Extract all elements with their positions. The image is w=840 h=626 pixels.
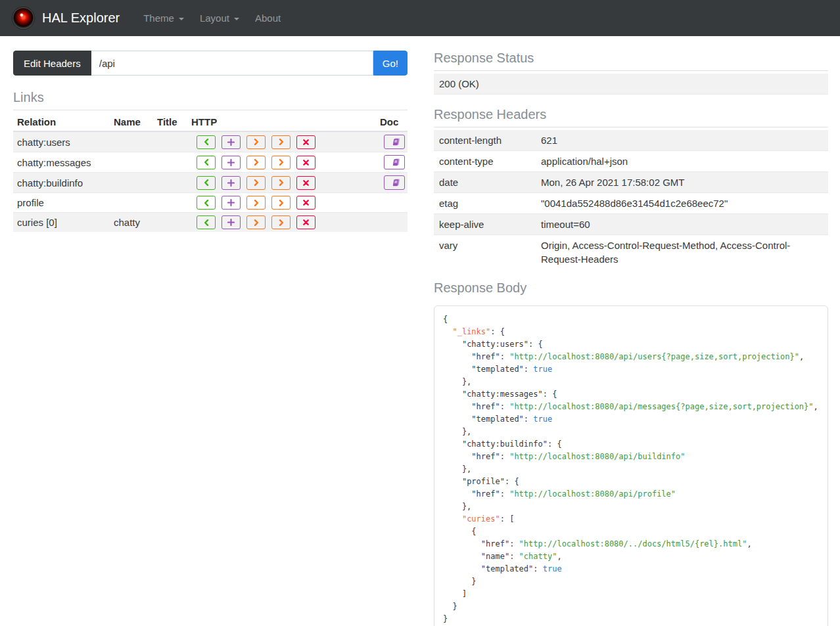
header-name-cell: content-length [434,130,536,151]
http-buttons-cell [187,131,376,152]
response-header-row: dateMon, 26 Apr 2021 17:58:02 GMT [434,172,828,193]
put-icon [253,179,260,186]
delete-request-button[interactable] [296,215,315,229]
put-icon [253,139,260,145]
column-header-relation: Relation [13,113,110,131]
doc-button[interactable] [384,135,405,149]
get-icon [203,179,210,186]
put-request-button[interactable] [246,156,266,169]
delete-request-button[interactable] [296,176,315,190]
get-request-button[interactable] [197,215,216,229]
name-cell [110,152,153,173]
hal-eye-logo-icon [12,7,34,29]
delete-icon [303,139,309,145]
response-status-value: 200 (OK) [434,74,828,95]
delete-request-button[interactable] [296,196,315,210]
patch-icon [278,219,285,226]
main-content: Edit Headers Go! Links Relation Name Tit… [0,36,840,626]
response-header-row: content-typeapplication/hal+json [434,151,828,172]
doc-cell [376,173,408,193]
relation-cell: chatty:messages [13,152,110,173]
delete-icon [303,200,309,206]
link-row: curies [0]chatty [13,213,408,233]
patch-request-button[interactable] [271,215,291,229]
response-body-title: Response Body [434,280,828,300]
nav-item-about[interactable]: About [247,7,289,29]
response-headers-title: Response Headers [434,107,828,127]
navbar: HAL Explorer ThemeLayoutAbout [0,0,840,36]
get-request-button[interactable] [197,135,216,149]
get-request-button[interactable] [197,156,216,169]
links-table-header: Relation Name Title HTTP Doc [13,113,408,131]
brand-link[interactable]: HAL Explorer [12,7,120,29]
link-row: chatty:buildinfo [13,173,408,193]
title-cell [153,152,187,173]
header-name-cell: content-type [434,151,536,172]
post-request-button[interactable] [222,196,241,210]
nav-item-theme[interactable]: Theme [135,7,192,29]
nav-item-label: Theme [143,12,174,24]
doc-cell [376,152,408,173]
right-column: Response Status 200 (OK) Response Header… [434,51,828,626]
get-request-button[interactable] [197,176,216,190]
response-body-json: { "_links": { "chatty:users": { "href": … [434,305,828,626]
response-header-row: etag"0041da552488d86e31454d1c2e68eec72" [434,193,828,214]
doc-cell [376,213,408,233]
name-cell [110,173,153,193]
left-column: Edit Headers Go! Links Relation Name Tit… [13,51,408,232]
header-value-cell: 621 [536,130,828,151]
response-headers-table: content-length621content-typeapplication… [434,130,828,269]
response-status-title: Response Status [434,51,828,71]
post-request-button[interactable] [222,135,241,149]
header-value-cell: "0041da552488d86e31454d1c2e68eec72" [536,193,828,214]
post-icon [227,219,235,226]
relation-cell: profile [13,193,110,213]
post-request-button[interactable] [222,156,241,169]
links-table-body: chatty:userschatty:messageschatty:buildi… [13,131,408,232]
go-button[interactable]: Go! [373,51,408,76]
http-buttons-cell [187,213,376,233]
post-icon [227,139,235,146]
http-buttons-cell [187,193,376,213]
column-header-doc: Doc [376,113,408,131]
patch-request-button[interactable] [271,176,291,190]
patch-request-button[interactable] [271,135,291,149]
nav-item-label: Layout [200,12,229,24]
get-request-button[interactable] [197,196,216,210]
patch-icon [278,159,285,166]
post-request-button[interactable] [222,215,241,229]
put-request-button[interactable] [246,176,266,190]
header-name-cell: keep-alive [434,214,536,235]
doc-button[interactable] [384,175,405,190]
put-icon [253,159,260,166]
header-value-cell: Mon, 26 Apr 2021 17:58:02 GMT [536,172,828,193]
get-icon [203,200,210,206]
patch-request-button[interactable] [271,156,291,169]
response-headers-body: content-length621content-typeapplication… [434,130,828,269]
title-cell [153,131,187,152]
get-icon [203,159,210,166]
doc-button[interactable] [384,155,405,169]
json-code: { "_links": { "chatty:users": { "href": … [443,315,818,623]
book-icon [390,137,400,146]
relation-cell: curies [0] [13,213,110,233]
put-request-button[interactable] [246,135,266,149]
name-cell: chatty [110,213,153,233]
title-cell [153,173,187,193]
patch-request-button[interactable] [271,196,291,210]
caret-down-icon [179,18,184,20]
put-request-button[interactable] [246,215,266,229]
doc-cell [376,131,408,152]
delete-request-button[interactable] [296,156,315,169]
request-bar: Edit Headers Go! [13,51,408,76]
get-icon [203,139,210,145]
nav-item-layout[interactable]: Layout [192,7,247,29]
post-request-button[interactable] [222,176,241,190]
put-request-button[interactable] [246,196,266,210]
uri-input[interactable] [91,51,373,76]
header-name-cell: etag [434,193,536,214]
delete-icon [303,219,309,225]
edit-headers-button[interactable]: Edit Headers [13,51,91,76]
header-name-cell: date [434,172,536,193]
delete-request-button[interactable] [296,135,315,149]
